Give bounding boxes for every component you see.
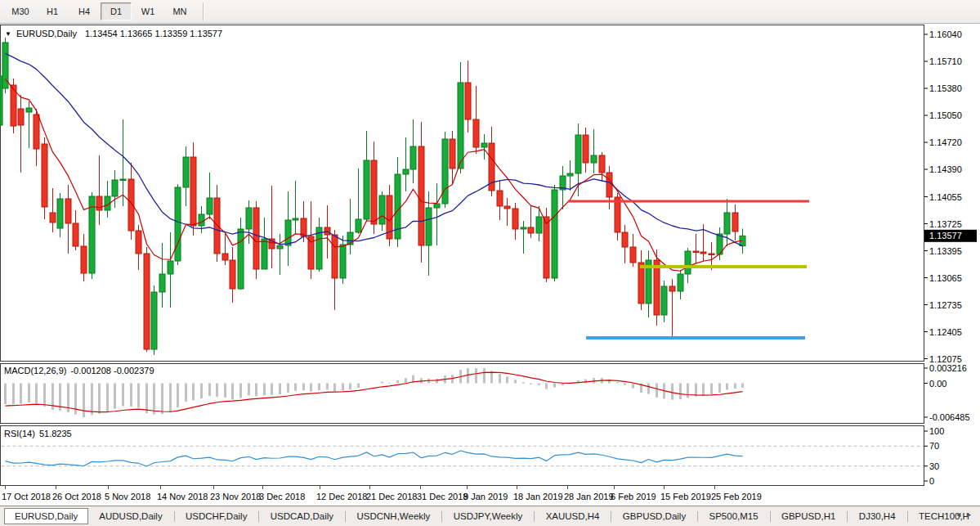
date-axis-label: 3 Dec 2018 [259, 492, 305, 501]
macd-histogram-bar [208, 384, 211, 397]
price-axis-label: 1.14720 [929, 137, 962, 147]
price-axis-label: 1.14390 [929, 164, 962, 174]
candle-body-bull [340, 245, 346, 278]
candle-body-bull [293, 218, 298, 220]
candle-body-bull [175, 187, 181, 261]
candle-body-bull [661, 286, 667, 315]
macd-histogram-bar [514, 380, 517, 383]
macd-histogram-bar [357, 384, 360, 389]
chart-tab-usdcnh-weekly[interactable]: USDCNH,Weekly [346, 508, 441, 524]
macd-histogram-bar [734, 384, 736, 389]
current-price-text: 1.13577 [929, 231, 962, 241]
date-axis-label: 5 Nov 2018 [105, 492, 150, 501]
rsi-axis-label: 0 [929, 476, 934, 486]
candle-body-bear [606, 173, 612, 197]
chart-tab-usdcad-daily[interactable]: USDCAD,Daily [260, 508, 344, 524]
macd-histogram-bar [710, 384, 713, 395]
price-axis-label: 1.15380 [929, 83, 962, 93]
rsi-axis-label: 100 [929, 426, 944, 436]
rsi-indicator-label: RSI(14)51.8235 [4, 429, 72, 438]
candle-body-bull [552, 190, 557, 278]
tab-scroll-left-icon[interactable]: ◄ [955, 510, 965, 519]
chart-tab-dj30-h4[interactable]: DJ30,H4 [848, 508, 906, 524]
macd-histogram-bar [106, 384, 109, 412]
macd-histogram-bar [231, 384, 234, 400]
candle-body-bear [128, 179, 134, 231]
candle-body-bull [183, 157, 189, 187]
candle-body-bear [371, 160, 377, 224]
candle-body-bull [521, 227, 526, 229]
price-axis-label: 1.14055 [929, 192, 962, 202]
macd-histogram-bar [632, 384, 634, 389]
candle-body-bull [724, 213, 730, 234]
date-axis-label: 25 Feb 2019 [711, 492, 762, 501]
macd-histogram-bar [726, 384, 728, 390]
macd-histogram-bar [177, 384, 179, 408]
chart-tab-sp500-m15[interactable]: SP500,M15 [699, 508, 769, 524]
macd-indicator-label: MACD(12,26,9)-0.001208 -0.002379 [4, 366, 154, 375]
candle-body-bear [654, 260, 660, 315]
date-axis-label: 21 Dec 2018 [366, 492, 417, 501]
main-chart-frame [1, 25, 924, 362]
timeframe-button-mn[interactable]: MN [164, 2, 195, 20]
candle-body-bear [18, 109, 24, 125]
macd-histogram-bar [83, 384, 85, 417]
chart-tab-gbpusd-daily[interactable]: GBPUSD,Daily [612, 508, 696, 524]
candle-body-bear [732, 213, 738, 232]
chart-ohlc-values: 1.13454 1.13665 1.13359 1.13577 [85, 29, 222, 38]
timeframe-button-d1[interactable]: D1 [101, 2, 132, 20]
candle-body-bull [112, 180, 118, 196]
candle-body-bear [465, 83, 471, 119]
chart-tab-gbpusd-h1[interactable]: GBPUSD,H1 [771, 508, 846, 524]
candle-body-bull [199, 214, 204, 226]
macd-histogram-bar [279, 384, 281, 395]
candle-body-bull [442, 139, 448, 204]
candle-body-bull [364, 160, 369, 219]
date-axis-label: 6 Feb 2019 [611, 492, 656, 501]
timeframe-button-h4[interactable]: H4 [69, 2, 100, 20]
chart-tab-eurusd-daily[interactable]: EURUSD,Daily [4, 508, 88, 524]
macd-histogram-bar [436, 379, 438, 383]
date-axis-label: 15 Feb 2019 [660, 492, 711, 501]
macd-histogram-bar [687, 384, 689, 398]
chart-tab-xauusd-h4[interactable]: XAUUSD,H4 [535, 508, 611, 524]
timeframe-button-m30[interactable]: M30 [5, 2, 36, 20]
macd-histogram-bar [145, 384, 148, 414]
macd-histogram-bar [333, 384, 336, 392]
price-axis-label: 1.12405 [929, 327, 962, 337]
macd-histogram-bar [318, 384, 320, 391]
macd-histogram-bar [405, 378, 407, 383]
macd-histogram-bar [122, 384, 124, 407]
chart-tab-usdjpy-weekly[interactable]: USDJPY,Weekly [443, 508, 534, 524]
candle-body-bear [50, 213, 56, 223]
candle-body-bear [81, 246, 87, 273]
macd-histogram-bar [153, 384, 155, 415]
candle-body-bull [426, 208, 432, 245]
tab-scroll-right-icon[interactable]: ► [965, 510, 976, 519]
chart-tab-usdchf-daily[interactable]: USDCHF,Daily [175, 508, 257, 524]
macd-histogram-bar [702, 384, 705, 396]
macd-histogram-bar [671, 384, 673, 400]
candle-body-bear [136, 231, 141, 254]
macd-histogram-bar [562, 384, 564, 386]
timeframe-button-h1[interactable]: H1 [37, 2, 68, 20]
chart-tab-audusd-daily[interactable]: AUDUSD,Daily [88, 508, 172, 524]
date-axis-label: 9 Jan 2019 [463, 492, 508, 501]
candle-body-bear [222, 254, 228, 260]
rsi-axis-label: 70 [929, 441, 939, 451]
macd-histogram-bar [224, 384, 226, 398]
macd-histogram-bar [679, 384, 682, 400]
rsi-axis-label: 30 [929, 461, 939, 471]
date-axis-label: 18 Jan 2019 [513, 492, 563, 501]
candle-body-bull [591, 155, 597, 163]
tab-scroll-arrows[interactable]: ◄► [955, 510, 976, 519]
candle-body-bear [669, 286, 675, 291]
candle-body-bull [168, 261, 173, 274]
candle-body-bear [301, 218, 307, 236]
timeframe-button-w1[interactable]: W1 [132, 2, 163, 20]
candle-body-bull [410, 146, 416, 169]
candle-body-bear [332, 235, 338, 278]
candle-body-bull [120, 179, 126, 181]
candle-body-bull [246, 208, 252, 229]
collapse-ohlc-icon[interactable]: ▼ [5, 30, 11, 38]
